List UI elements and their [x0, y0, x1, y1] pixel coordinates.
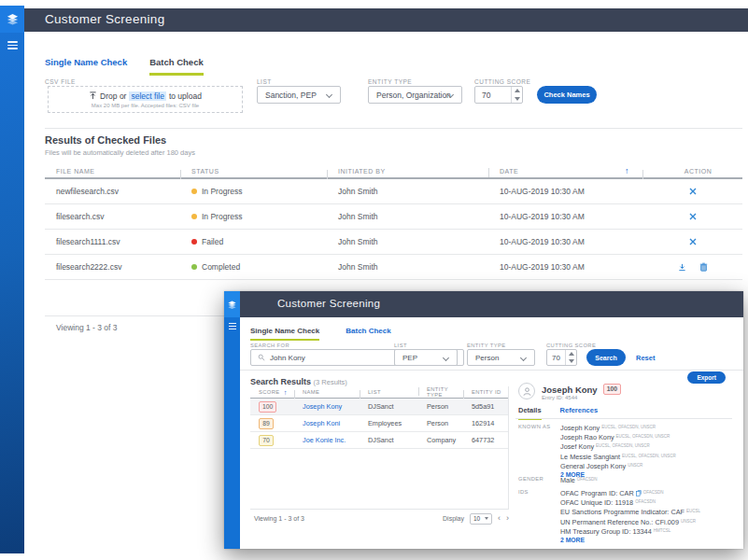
entity-detail-panel: Joseph Kony 100 Entry ID: 4544 Details R… — [515, 379, 743, 549]
results-subtitle: Files will be automatically deleted afte… — [45, 148, 195, 157]
entity-name-link[interactable]: Joseph Kony — [303, 402, 342, 411]
cutting-score-stepper[interactable]: 70 — [546, 349, 577, 366]
cutting-score-label: CUTTING SCORE — [546, 343, 596, 348]
entity-name-link[interactable]: Joseph Koni — [303, 419, 340, 427]
tab-single-name-check[interactable]: Single Name Check — [45, 57, 127, 76]
menu-icon[interactable] — [229, 323, 236, 329]
menu-icon[interactable] — [7, 41, 18, 49]
col-entity-id[interactable]: ENTITY ID — [463, 389, 508, 395]
entity-id-cell: 647732 — [463, 436, 508, 444]
col-file-name[interactable]: FILE NAME — [45, 168, 180, 175]
ids-more-link[interactable]: 2 MORE — [560, 537, 585, 543]
stepper-arrows[interactable] — [511, 87, 522, 103]
col-status[interactable]: STATUS — [180, 168, 327, 175]
tab-single-name-check[interactable]: Single Name Check — [250, 327, 319, 341]
stepper-arrows[interactable] — [565, 350, 576, 365]
results-count: (3 Results) — [314, 378, 347, 386]
copy-icon[interactable] — [636, 490, 642, 497]
cancel-icon[interactable] — [689, 238, 697, 245]
col-name[interactable]: NAME — [294, 389, 360, 395]
step-down-icon[interactable] — [512, 95, 522, 104]
step-up-icon[interactable] — [512, 87, 522, 95]
col-entity-type[interactable]: ENTITY TYPE — [418, 386, 463, 398]
alias: Josef KonyEUCSL, OFACSDN, UNSCR — [560, 441, 676, 451]
search-results-title: Search Results (3 Results) — [250, 377, 347, 386]
source-tags: EUCSL, OFACSDN, UNSCR — [616, 434, 670, 439]
app-logo[interactable] — [224, 291, 240, 317]
list-select[interactable]: PEP — [394, 349, 458, 366]
known-as-label: KNOWN AS — [518, 424, 550, 429]
screen: Customer Screening Single Name Check Bat… — [0, 0, 748, 560]
cutting-score-label: CUTTING SCORE — [474, 78, 530, 85]
col-action: ACTION — [642, 168, 742, 175]
cancel-icon[interactable] — [689, 188, 697, 195]
download-icon[interactable] — [678, 263, 686, 272]
status-dot — [191, 189, 197, 194]
table-row: filesearch1111.csv Failed John Smith 10-… — [45, 230, 742, 255]
tab-batch-check[interactable]: Batch Check — [346, 327, 390, 341]
col-date[interactable]: DATE ↑ — [488, 166, 642, 175]
gender-value: MaleOFACSDN — [560, 475, 598, 484]
file-name: filesearch2222.csv — [45, 262, 180, 272]
search-button[interactable]: Search — [586, 349, 626, 366]
tab-batch-check[interactable]: Batch Check — [149, 57, 204, 76]
sort-asc-icon[interactable]: ↑ — [625, 166, 629, 175]
entity-id-cell: 5d5a91 — [463, 402, 508, 411]
page-size-select[interactable]: 10 — [470, 513, 492, 525]
result-row[interactable]: 70 Joe Konie Inc. DJSanct Company 647732 — [250, 432, 508, 449]
result-row[interactable]: 100 Joseph Kony DJSanct Person 5d5a91 — [250, 399, 508, 415]
check-names-button[interactable]: Check Names — [537, 86, 597, 104]
select-file-link[interactable]: select file — [129, 91, 165, 101]
initiated-by: John Smith — [327, 262, 488, 272]
entity-type-select[interactable]: Person — [467, 349, 535, 366]
col-score[interactable]: SCORE ↑ — [250, 388, 294, 397]
status-cell: Failed — [180, 237, 327, 246]
cutting-score-stepper[interactable]: 70 — [474, 86, 523, 104]
next-page-icon[interactable]: › — [506, 514, 509, 523]
search-results-header: SCORE ↑ NAME LIST ENTITY TYPE ENTITY ID — [250, 386, 508, 399]
gender-label: GENDER — [518, 476, 543, 482]
divider — [240, 370, 743, 371]
reset-link[interactable]: Reset — [636, 354, 655, 362]
entity-name-link[interactable]: Joe Konie Inc. — [303, 436, 346, 444]
cutting-score-value: 70 — [475, 91, 511, 100]
date-cell: 10-AUG-2019 10:30 AM — [488, 237, 642, 246]
search-icon — [258, 354, 265, 361]
cutting-score-value: 70 — [547, 354, 565, 362]
step-up-icon[interactable] — [566, 350, 576, 357]
score-badge: 100 — [259, 401, 276, 413]
app-logo[interactable] — [0, 6, 24, 33]
col-initiated-by[interactable]: INITIATED BY — [327, 168, 488, 175]
list-select[interactable]: Sanction, PEP — [257, 86, 341, 104]
results-table-header: FILE NAME STATUS INITIATED BY DATE ↑ ACT… — [45, 164, 742, 179]
dropzone-text: Drop or select file to upload — [89, 91, 202, 101]
step-down-icon[interactable] — [566, 357, 576, 365]
overlay-header: Customer Screening — [240, 291, 743, 317]
status-cell: Completed — [180, 262, 327, 272]
sort-asc-icon[interactable]: ↑ — [284, 388, 288, 397]
entity-type-select[interactable]: Person, Organization — [368, 86, 462, 104]
viewing-count: Viewing 1 - 3 of 3 — [254, 515, 304, 522]
alias: General Joseph KonyUNSCR — [560, 461, 676, 470]
date-cell: 10-AUG-2019 10:30 AM — [488, 262, 642, 272]
alias: Le Messie SanglantEUCSL, OFACSDN, UNSCR — [560, 452, 676, 461]
entity-name: Joseph Kony 100 — [542, 384, 621, 395]
csv-dropzone[interactable]: Drop or select file to upload Max 20 MB … — [48, 86, 243, 113]
list-cell: DJSanct — [360, 436, 418, 444]
cancel-icon[interactable] — [689, 213, 697, 220]
main-header: Customer Screening — [24, 8, 748, 32]
id-item: OFAC Unique ID: 11918OFACSDN — [560, 497, 700, 507]
source-tags: EUCSL, OFACSDN, UNSCR — [601, 425, 656, 429]
col-list[interactable]: LIST — [360, 389, 418, 395]
file-name: filesearch1111.csv — [45, 237, 180, 246]
app-logo-icon — [6, 12, 20, 26]
pagination-bar: Viewing 1 - 3 of 3 Display 10 ‹ › — [250, 509, 509, 527]
ids-list: OFAC Program ID: CAROFACSDN OFAC Unique … — [560, 488, 700, 544]
list-label: LIST — [257, 78, 272, 85]
id-item: EU Sanctions Programme Indicator: CAFEUC… — [560, 507, 700, 516]
initiated-by: John Smith — [327, 237, 488, 246]
display-label: Display — [443, 515, 464, 522]
result-row[interactable]: 89 Joseph Koni Employees Person 162914 — [250, 415, 508, 432]
delete-icon[interactable] — [699, 262, 708, 272]
prev-page-icon[interactable]: ‹ — [498, 514, 501, 523]
